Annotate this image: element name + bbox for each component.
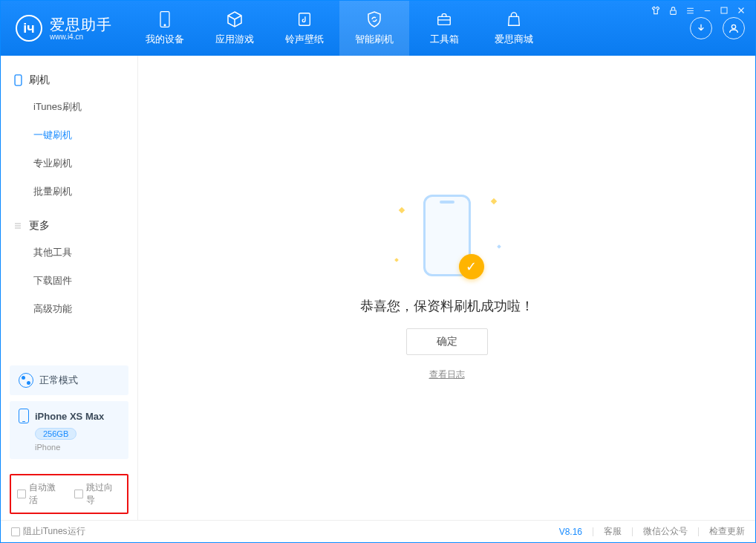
device-info[interactable]: iPhone XS Max 256GB iPhone: [10, 401, 128, 459]
support-link[interactable]: 客服: [604, 525, 622, 538]
phone-small-icon: [13, 74, 23, 86]
sidebar-item-advanced[interactable]: 高级功能: [1, 295, 137, 323]
ok-button[interactable]: 确定: [406, 328, 488, 355]
tshirt-icon[interactable]: [651, 5, 661, 16]
checkbox-label: 阻止iTunes运行: [23, 525, 85, 538]
svg-rect-7: [15, 75, 22, 85]
tab-tools[interactable]: 工具箱: [409, 1, 479, 56]
success-illustration: ✓: [395, 195, 499, 284]
svg-rect-4: [299, 13, 310, 26]
sidebar-section-flash: 刷机: [1, 68, 137, 93]
phone-icon: [156, 10, 174, 28]
section-title: 刷机: [29, 74, 50, 87]
tab-label: 爱思商城: [495, 33, 533, 46]
device-storage: 256GB: [35, 428, 76, 440]
tab-label: 智能刷机: [355, 33, 394, 46]
download-button[interactable]: [690, 17, 712, 39]
user-button[interactable]: [723, 17, 745, 39]
device-name: iPhone XS Max: [35, 411, 104, 422]
titlebar: iч 爱思助手 www.i4.cn 我的设备 应用游戏 铃声壁纸 智能刷机: [1, 1, 755, 56]
spark-icon: [497, 244, 501, 249]
music-icon: [296, 10, 313, 28]
sidebar-section-more: 更多: [1, 213, 137, 238]
checkbox-label: 自动激活: [29, 481, 64, 507]
svg-point-6: [731, 25, 735, 28]
checkbox-label: 跳过向导: [86, 481, 121, 507]
checkbox-block-itunes[interactable]: 阻止iTunes运行: [11, 525, 85, 538]
device-type: iPhone: [35, 443, 120, 452]
mode-icon: [19, 373, 33, 388]
logo-icon: iч: [16, 15, 42, 42]
toolbox-icon: [435, 10, 453, 28]
sidebar-item-batch-flash[interactable]: 批量刷机: [1, 178, 137, 206]
check-update-link[interactable]: 检查更新: [709, 525, 745, 538]
header-right-buttons: [690, 17, 745, 39]
tab-flash[interactable]: 智能刷机: [339, 1, 409, 56]
tab-label: 应用游戏: [215, 33, 254, 46]
cube-icon: [226, 10, 244, 28]
tab-apps[interactable]: 应用游戏: [200, 1, 270, 56]
view-log-link[interactable]: 查看日志: [429, 368, 465, 381]
main-tabs: 我的设备 应用游戏 铃声壁纸 智能刷机 工具箱 爱思商城: [130, 1, 549, 56]
svg-rect-5: [438, 16, 451, 25]
tab-label: 我的设备: [146, 33, 184, 46]
wechat-link[interactable]: 微信公众号: [643, 525, 688, 538]
maximize-icon[interactable]: [720, 6, 729, 15]
svg-point-3: [164, 25, 166, 26]
checkbox-icon: [17, 490, 26, 498]
svg-rect-1: [721, 7, 727, 13]
bag-icon: [505, 10, 523, 28]
minimize-icon[interactable]: [703, 6, 712, 16]
divider: [593, 527, 593, 536]
divider: [632, 527, 633, 536]
list-icon: [13, 221, 23, 230]
checkbox-icon: [11, 527, 20, 536]
shield-refresh-icon: [365, 10, 383, 28]
success-message: 恭喜您，保资料刷机成功啦！: [360, 297, 534, 315]
checkbox-icon: [74, 490, 83, 498]
mode-status[interactable]: 正常模式: [10, 365, 128, 395]
app-window: iч 爱思助手 www.i4.cn 我的设备 应用游戏 铃声壁纸 智能刷机: [0, 0, 756, 543]
sidebar-item-other-tools[interactable]: 其他工具: [1, 238, 137, 267]
statusbar: 阻止iTunes运行 V8.16 客服 微信公众号 检查更新: [1, 520, 755, 542]
version-label: V8.16: [559, 527, 582, 537]
section-title: 更多: [29, 219, 50, 233]
flash-options-row: 自动激活 跳过向导: [10, 474, 128, 514]
close-icon[interactable]: [736, 5, 746, 16]
main-content: ✓ 恭喜您，保资料刷机成功啦！ 确定 查看日志: [138, 56, 755, 520]
tab-label: 工具箱: [430, 33, 459, 46]
menu-icon[interactable]: [685, 6, 695, 16]
spark-icon: [394, 258, 399, 262]
device-icon: [19, 409, 29, 423]
sidebar-item-oneclick-flash[interactable]: 一键刷机: [1, 121, 137, 149]
tab-store[interactable]: 爱思商城: [479, 1, 549, 56]
sidebar-item-download-firmware[interactable]: 下载固件: [1, 267, 137, 295]
tab-ringtones[interactable]: 铃声壁纸: [270, 1, 339, 56]
checkbox-auto-activate[interactable]: 自动激活: [17, 481, 64, 507]
spark-icon: [490, 198, 496, 204]
window-controls: [651, 5, 746, 16]
sidebar-item-pro-flash[interactable]: 专业刷机: [1, 149, 137, 178]
logo: iч 爱思助手 www.i4.cn: [16, 15, 112, 42]
divider: [698, 527, 699, 536]
lock-icon[interactable]: [668, 6, 678, 16]
app-name: 爱思助手: [50, 16, 112, 33]
checkbox-skip-guide[interactable]: 跳过向导: [74, 481, 121, 507]
svg-rect-0: [671, 10, 677, 13]
tab-my-device[interactable]: 我的设备: [130, 1, 200, 56]
app-url: www.i4.cn: [50, 33, 112, 41]
tab-label: 铃声壁纸: [285, 33, 324, 46]
mode-label: 正常模式: [39, 374, 78, 387]
sidebar-item-itunes-flash[interactable]: iTunes刷机: [1, 93, 137, 121]
spark-icon: [398, 207, 404, 213]
sidebar: 刷机 iTunes刷机 一键刷机 专业刷机 批量刷机 更多 其他工具 下载固件 …: [1, 56, 138, 520]
check-badge-icon: ✓: [459, 254, 484, 279]
